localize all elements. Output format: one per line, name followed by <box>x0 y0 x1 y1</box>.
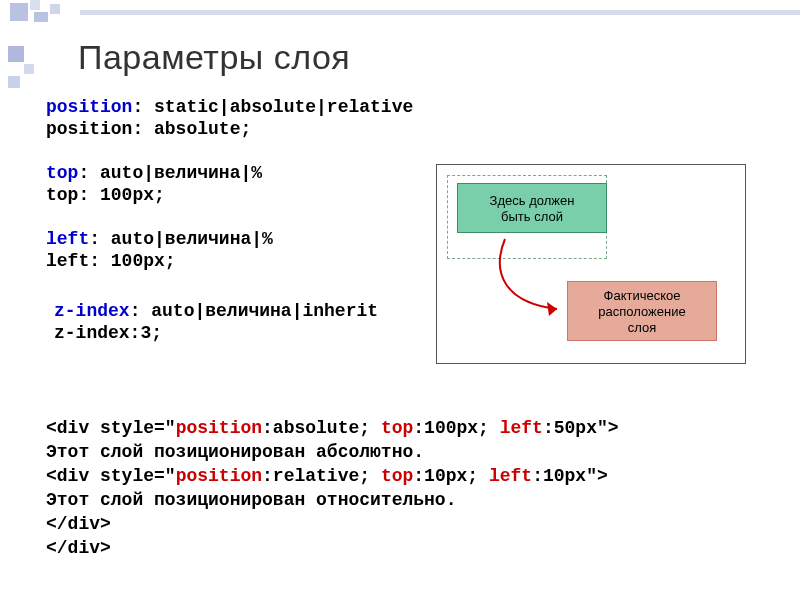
css-rule-top-example: top: 100px; <box>46 184 165 206</box>
positioning-diagram: Здесь долженбыть слой Фактическоерасполо… <box>436 164 746 364</box>
slide-decoration-side <box>8 46 24 62</box>
slide-title: Параметры слоя <box>78 38 350 77</box>
css-rule-position-syntax: position: static|absolute|relative <box>46 96 413 118</box>
html-example-line-4: Этот слой позиционирован относительно. <box>46 488 456 512</box>
slide-decoration <box>0 0 800 24</box>
html-example-line-6: </div> <box>46 536 111 560</box>
css-rule-zindex-example: z-index:3; <box>54 322 162 344</box>
html-example-line-1: <div style="position:absolute; top:100px… <box>46 416 619 440</box>
html-example-line-3: <div style="position:relative; top:10px;… <box>46 464 608 488</box>
css-rule-top-syntax: top: auto|величина|% <box>46 162 262 184</box>
arrow-icon <box>485 233 585 333</box>
css-rule-position-example: position: absolute; <box>46 118 251 140</box>
css-rule-left-syntax: left: auto|величина|% <box>46 228 273 250</box>
slide-decoration-side <box>24 64 34 74</box>
slide-decoration-side <box>8 76 20 88</box>
diagram-actual-layer: Фактическоерасположениеслоя <box>567 281 717 341</box>
diagram-expected-layer: Здесь долженбыть слой <box>457 183 607 233</box>
html-example-line-2: Этот слой позиционирован абсолютно. <box>46 440 424 464</box>
html-example-line-5: </div> <box>46 512 111 536</box>
css-rule-zindex-syntax: z-index: auto|величина|inherit <box>54 300 378 322</box>
css-rule-left-example: left: 100px; <box>46 250 176 272</box>
